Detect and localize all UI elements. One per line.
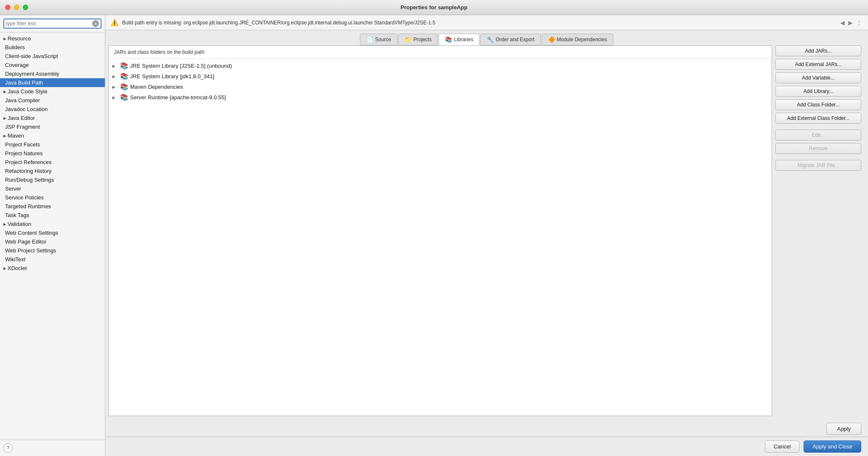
clear-filter-button[interactable]: ✕ <box>92 20 99 27</box>
add-external-jars-button[interactable]: Add External JARs... <box>775 59 861 70</box>
sidebar-item-maven[interactable]: ▶Maven <box>0 131 105 140</box>
sidebar-item-web-project-settings[interactable]: Web Project Settings <box>0 246 105 255</box>
entry-expand-icon: ▶ <box>112 64 118 68</box>
sidebar-item-web-content-settings[interactable]: Web Content Settings <box>0 228 105 237</box>
sidebar-item-builders[interactable]: Builders <box>0 43 105 52</box>
nav-arrows: ◀ ▶ ⋮ <box>839 19 863 26</box>
sidebar-item-client-side-js[interactable]: Client-side JavaScript <box>0 52 105 61</box>
remove-button[interactable]: Remove <box>775 143 861 154</box>
add-jars-button[interactable]: Add JARs... <box>775 45 861 56</box>
sidebar-item-refactoring-history[interactable]: Refactoring History <box>0 167 105 175</box>
entry-jar-icon: 📚 <box>120 62 128 70</box>
sidebar-item-server[interactable]: Server <box>0 184 105 193</box>
sidebar-item-validation[interactable]: ▶Validation <box>0 220 105 228</box>
minimize-button[interactable] <box>14 5 19 10</box>
chevron-right-icon: ▶ <box>2 133 8 139</box>
entry-item-jre-j2se[interactable]: ▶📚JRE System Library [J2SE-1.5] (unbound… <box>109 61 772 71</box>
sidebar-item-javadoc-location[interactable]: Javadoc Location <box>0 105 105 114</box>
more-warnings-button[interactable]: ⋮ <box>855 19 863 26</box>
sidebar-item-label: Builders <box>5 44 25 50</box>
sidebar-item-label: Java Build Path <box>5 80 43 86</box>
sidebar-item-project-references[interactable]: Project References <box>0 158 105 167</box>
sidebar-item-web-page-editor[interactable]: Web Page Editor <box>0 237 105 246</box>
sidebar-item-run-debug-settings[interactable]: Run/Debug Settings <box>0 175 105 184</box>
bottom-bar: Cancel Apply and Close <box>105 437 868 456</box>
tab-label-order-export: Order and Export <box>495 37 534 42</box>
sidebar: ✕ ▶ResourceBuildersClient-side JavaScrip… <box>0 15 105 456</box>
add-class-folder-button[interactable]: Add Class Folder... <box>775 99 861 110</box>
window-title: Properties for sampleApp <box>401 4 468 11</box>
sidebar-item-label: Maven <box>8 133 24 139</box>
chevron-right-icon: ▶ <box>2 265 8 271</box>
entry-item-jre-jdk[interactable]: ▶📚JRE System Library [jdk1.8.0_341] <box>109 71 772 82</box>
migrate-jar-button[interactable]: Migrate JAR File... <box>775 160 861 171</box>
add-external-class-folder-button[interactable]: Add External Class Folder... <box>775 113 861 124</box>
tab-libraries[interactable]: 📚Libraries <box>439 34 479 45</box>
sidebar-item-resource[interactable]: ▶Resource <box>0 34 105 43</box>
close-button[interactable] <box>5 5 11 10</box>
content-area: ⚠️ Build path entry is missing: org.ecli… <box>105 15 868 456</box>
add-library-button[interactable]: Add Library... <box>775 86 861 97</box>
sidebar-item-java-code-style[interactable]: ▶Java Code Style <box>0 87 105 96</box>
tab-source[interactable]: 📄Source <box>360 34 397 45</box>
entry-expand-icon: ▶ <box>112 95 118 100</box>
apply-and-close-button[interactable]: Apply and Close <box>804 440 861 453</box>
apply-button[interactable]: Apply <box>826 423 861 435</box>
sidebar-item-label: Web Project Settings <box>5 247 56 254</box>
sidebar-item-deployment-assembly[interactable]: Deployment Assembly <box>0 69 105 78</box>
entry-label: Server Runtime [apache-tomcat-9.0.55] <box>130 94 226 101</box>
sidebar-item-label: JSP Fragment <box>5 124 40 130</box>
sidebar-item-wikitext[interactable]: WikiText <box>0 255 105 264</box>
panel-label: JARs and class folders on the build path… <box>109 46 772 59</box>
apply-area: Apply <box>105 419 868 437</box>
tab-label-projects: Projects <box>413 37 431 42</box>
sidebar-item-project-facets[interactable]: Project Facets <box>0 140 105 149</box>
warning-text: Build path entry is missing: org.eclipse… <box>122 20 836 26</box>
prev-warning-button[interactable]: ◀ <box>839 19 846 26</box>
side-buttons-panel: Add JARs... Add External JARs... Add Var… <box>772 45 865 416</box>
tab-label-module-dependencies: Module Dependencies <box>557 37 607 42</box>
entries-list: ▶📚JRE System Library [J2SE-1.5] (unbound… <box>109 59 772 416</box>
cancel-button[interactable]: Cancel <box>765 440 799 453</box>
entry-item-server-runtime[interactable]: ▶📚Server Runtime [apache-tomcat-9.0.55] <box>109 92 772 103</box>
title-bar: Properties for sampleApp <box>0 0 868 15</box>
sidebar-item-service-policies[interactable]: Service Policies <box>0 193 105 202</box>
action-buttons-group: Edit... Remove <box>775 130 861 154</box>
next-warning-button[interactable]: ▶ <box>847 19 854 26</box>
entry-item-maven-deps[interactable]: ▶📚Maven Dependencies <box>109 82 772 92</box>
sidebar-item-label: Project Facets <box>5 141 40 148</box>
sidebar-item-label: Project Natures <box>5 150 43 156</box>
module-dependencies-tab-icon: 🔶 <box>548 36 555 43</box>
entry-jar-icon: 📚 <box>120 83 128 91</box>
search-input[interactable] <box>6 21 92 27</box>
sidebar-item-java-compiler[interactable]: Java Compiler <box>0 96 105 105</box>
sidebar-item-project-natures[interactable]: Project Natures <box>0 149 105 158</box>
tab-projects[interactable]: 📁Projects <box>398 34 438 45</box>
sidebar-item-label: Coverage <box>5 62 29 68</box>
source-tab-icon: 📄 <box>366 36 373 43</box>
maximize-button[interactable] <box>23 5 28 10</box>
sidebar-item-label: Deployment Assembly <box>5 71 59 77</box>
sidebar-item-xdoclet[interactable]: ▶XDoclet <box>0 264 105 273</box>
sidebar-item-label: Java Editor <box>8 115 35 121</box>
sidebar-item-label: Run/Debug Settings <box>5 177 54 183</box>
sidebar-item-coverage[interactable]: Coverage <box>0 61 105 69</box>
chevron-right-icon: ▶ <box>2 36 8 42</box>
sidebar-item-label: Web Content Settings <box>5 230 58 236</box>
add-buttons-group: Add JARs... Add External JARs... Add Var… <box>775 45 861 124</box>
sidebar-item-label: XDoclet <box>8 265 27 271</box>
sidebar-item-targeted-runtimes[interactable]: Targeted Runtimes <box>0 202 105 211</box>
chevron-right-icon: ▶ <box>2 89 8 95</box>
sidebar-item-task-tags[interactable]: Task Tags <box>0 211 105 220</box>
edit-button[interactable]: Edit... <box>775 130 861 141</box>
help-button[interactable]: ? <box>3 443 13 453</box>
tab-module-dependencies[interactable]: 🔶Module Dependencies <box>542 34 613 45</box>
sidebar-item-jsp-fragment[interactable]: JSP Fragment <box>0 122 105 131</box>
sidebar-item-java-editor[interactable]: ▶Java Editor <box>0 114 105 122</box>
tab-order-export[interactable]: 🔧Order and Export <box>480 34 541 45</box>
add-variable-button[interactable]: Add Variable... <box>775 72 861 83</box>
warning-icon: ⚠️ <box>110 19 119 27</box>
libraries-tab-icon: 📚 <box>445 36 452 43</box>
sidebar-item-label: Java Code Style <box>8 88 48 95</box>
sidebar-item-java-build-path[interactable]: Java Build Path <box>0 78 105 87</box>
